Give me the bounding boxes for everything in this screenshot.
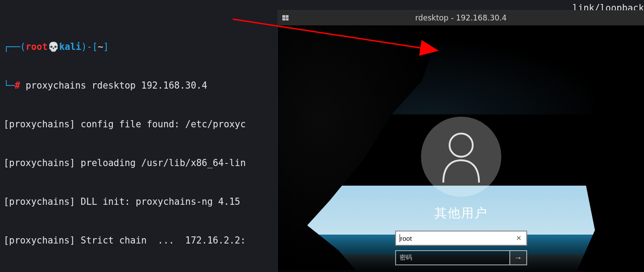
rdesktop-window[interactable]: rdesktop - 192.168.30.4 其他用户 root ✕ bbox=[278, 10, 644, 272]
text-caret bbox=[400, 234, 400, 242]
user-icon bbox=[437, 130, 486, 183]
other-user-label: 其他用户 bbox=[394, 205, 528, 222]
avatar bbox=[421, 117, 501, 197]
submit-login-button[interactable]: → bbox=[509, 250, 527, 265]
remote-desktop-content[interactable]: 其他用户 root ✕ 密码 → bbox=[278, 25, 644, 272]
login-area: 其他用户 root ✕ 密码 → bbox=[394, 117, 528, 265]
username-input[interactable]: root ✕ bbox=[395, 231, 527, 246]
clear-username-button[interactable]: ✕ bbox=[514, 234, 524, 242]
arrow-right-icon: → bbox=[514, 253, 522, 263]
svg-point-0 bbox=[450, 134, 473, 157]
password-placeholder: 密码 bbox=[400, 254, 412, 262]
window-icon bbox=[282, 15, 289, 20]
window-title: rdesktop - 192.168.30.4 bbox=[278, 13, 644, 22]
username-value: root bbox=[400, 235, 514, 242]
password-input[interactable]: 密码 bbox=[395, 250, 509, 265]
titlebar[interactable]: rdesktop - 192.168.30.4 bbox=[278, 10, 644, 25]
